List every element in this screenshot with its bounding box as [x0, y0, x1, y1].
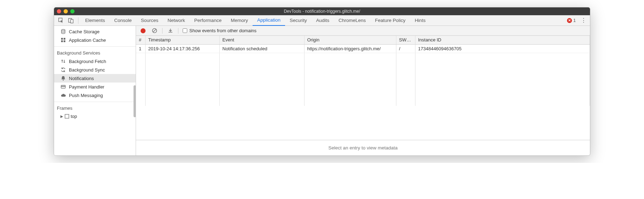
close-window-button[interactable]: [57, 9, 61, 13]
col-instance[interactable]: Instance ID: [415, 36, 590, 44]
error-badge[interactable]: ✕ 1: [567, 18, 576, 23]
table-row-empty: [136, 53, 590, 106]
tab-audits[interactable]: Audits: [312, 15, 334, 26]
clear-button[interactable]: [149, 27, 159, 35]
titlebar: DevTools - notification-triggers.glitch.…: [54, 7, 590, 15]
frame-label: top: [71, 114, 77, 119]
svg-rect-4: [61, 38, 63, 40]
cell-timestamp: 2019-10-24 14:17:36.256: [145, 44, 219, 53]
sidebar-label: Application Cache: [69, 38, 106, 43]
cell-event: Notification scheduled: [219, 44, 304, 53]
checkbox-label: Show events from other domains: [189, 28, 256, 33]
minimize-window-button[interactable]: [64, 9, 68, 13]
cell-origin: https://notification-triggers.glitch.me/: [304, 44, 396, 53]
record-button[interactable]: [138, 27, 148, 35]
transfer-icon: [60, 58, 66, 64]
sidebar-label: Payment Handler: [69, 84, 104, 90]
sidebar-header-background-services: Background Services: [54, 46, 136, 57]
checkbox-input[interactable]: [183, 28, 187, 33]
panel-tabs: ElementsConsoleSourcesNetworkPerformance…: [81, 15, 430, 26]
tab-network[interactable]: Network: [163, 15, 190, 26]
col-sw[interactable]: SW …: [396, 36, 415, 44]
table-row[interactable]: 1 2019-10-24 14:17:36.256 Notification s…: [136, 44, 590, 53]
table-body: 1 2019-10-24 14:17:36.256 Notification s…: [136, 44, 590, 106]
maximize-window-button[interactable]: [70, 9, 75, 13]
col-event[interactable]: Event: [219, 36, 304, 44]
col-timestamp[interactable]: Timestamp: [145, 36, 219, 44]
sidebar-item-background-sync[interactable]: Background Sync: [54, 66, 136, 74]
separator: [162, 28, 163, 34]
cell-num: 1: [136, 44, 145, 53]
scrollbar-thumb[interactable]: [134, 85, 136, 117]
record-icon: [141, 28, 146, 33]
sidebar-item-payment-handler[interactable]: Payment Handler: [54, 83, 136, 91]
col-num[interactable]: #: [136, 36, 145, 44]
disclosure-triangle-icon[interactable]: ▶: [60, 114, 63, 118]
tab-hints[interactable]: Hints: [410, 15, 430, 26]
col-origin[interactable]: Origin: [304, 36, 396, 44]
metadata-hint: Select an entry to view metadata: [136, 140, 590, 155]
sync-icon: [60, 67, 66, 73]
sidebar-item-cache-storage[interactable]: Cache Storage: [54, 27, 136, 36]
cell-instance: 17348446094636705: [415, 44, 590, 53]
sidebar: Cache Storage Application Cache Backgrou…: [54, 26, 136, 155]
tab-security[interactable]: Security: [285, 15, 312, 26]
tab-bar: ElementsConsoleSourcesNetworkPerformance…: [54, 15, 590, 26]
svg-line-13: [153, 29, 156, 32]
save-button[interactable]: [165, 27, 175, 35]
card-icon: [60, 84, 66, 90]
frame-icon: [65, 114, 69, 119]
error-icon: ✕: [567, 18, 572, 23]
tab-performance[interactable]: Performance: [190, 15, 226, 26]
tab-console[interactable]: Console: [110, 15, 136, 26]
devtools-window: DevTools - notification-triggers.glitch.…: [54, 7, 590, 156]
events-toolbar: Show events from other domains: [136, 26, 590, 36]
more-menu-icon[interactable]: ⋮: [579, 17, 588, 24]
separator: [78, 17, 78, 24]
show-other-domains-checkbox[interactable]: Show events from other domains: [183, 28, 256, 33]
svg-rect-2: [71, 19, 73, 23]
sidebar-item-background-fetch[interactable]: Background Fetch: [54, 57, 136, 66]
window-title: DevTools - notification-triggers.glitch.…: [54, 9, 590, 14]
grid-icon: [60, 37, 66, 43]
sidebar-label: Background Fetch: [69, 59, 106, 64]
tab-sources[interactable]: Sources: [136, 15, 163, 26]
svg-point-3: [61, 29, 65, 31]
device-toolbar-icon[interactable]: [66, 16, 76, 25]
sidebar-label: Cache Storage: [69, 29, 100, 34]
svg-rect-11: [65, 114, 69, 118]
table-header-row: # Timestamp Event Origin SW … Instance I…: [136, 36, 590, 44]
events-grid[interactable]: # Timestamp Event Origin SW … Instance I…: [136, 36, 590, 140]
database-icon: [60, 29, 66, 34]
error-count: 1: [573, 18, 576, 23]
tab-application[interactable]: Application: [253, 15, 285, 26]
cloud-icon: [60, 92, 66, 98]
inspect-element-icon[interactable]: [56, 16, 66, 25]
tab-feature-policy[interactable]: Feature Policy: [371, 15, 410, 26]
events-grid-wrap: # Timestamp Event Origin SW … Instance I…: [136, 36, 590, 155]
bell-icon: [60, 75, 66, 81]
sidebar-header-frames: Frames: [54, 102, 136, 112]
sidebar-label: Notifications: [69, 76, 94, 81]
main-body: Cache Storage Application Cache Backgrou…: [54, 26, 590, 155]
svg-rect-5: [64, 38, 65, 40]
main-panel: Show events from other domains # Timesta…: [136, 26, 590, 155]
sidebar-item-frame-top[interactable]: ▶ top: [54, 112, 136, 120]
svg-rect-7: [64, 40, 65, 42]
sidebar-item-application-cache[interactable]: Application Cache: [54, 36, 136, 44]
tab-chromelens[interactable]: ChromeLens: [334, 15, 370, 26]
traffic-lights: [57, 9, 75, 13]
separator: [178, 28, 178, 34]
svg-point-8: [63, 80, 64, 81]
events-table: # Timestamp Event Origin SW … Instance I…: [136, 36, 590, 106]
tab-elements[interactable]: Elements: [81, 15, 110, 26]
sidebar-item-push-messaging[interactable]: Push Messaging: [54, 91, 136, 100]
sidebar-label: Background Sync: [69, 67, 105, 73]
svg-rect-6: [61, 40, 63, 42]
sidebar-label: Push Messaging: [69, 93, 103, 98]
cell-sw: /: [396, 44, 415, 53]
sidebar-item-notifications[interactable]: Notifications: [54, 74, 136, 83]
tab-memory[interactable]: Memory: [226, 15, 253, 26]
